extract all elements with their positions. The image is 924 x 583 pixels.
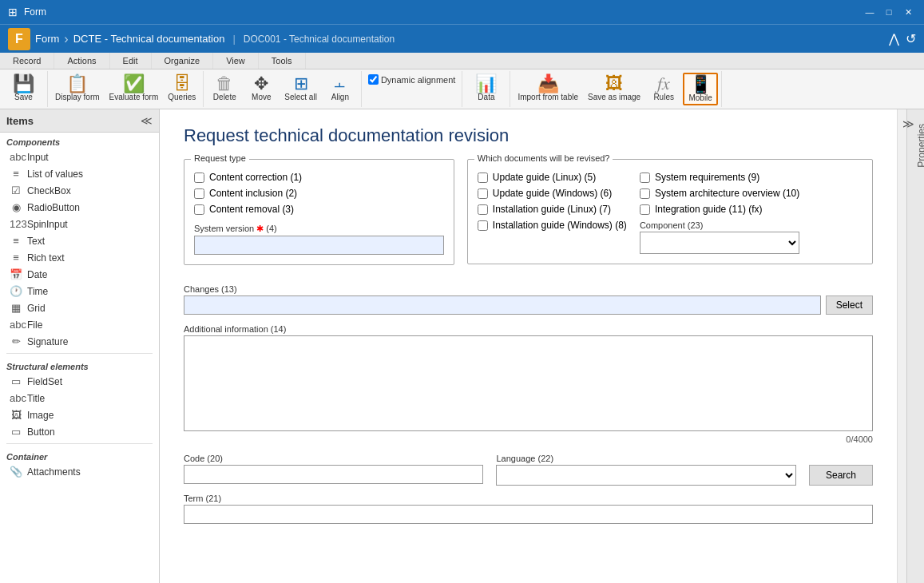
checkbox-content-inclusion-input[interactable]: [194, 188, 204, 199]
sidebar-item-list-of-values[interactable]: ≡ List of values: [0, 165, 159, 182]
properties-collapse-button[interactable]: ≫: [902, 117, 914, 130]
language-field: Language (22): [496, 454, 795, 486]
sidebar-item-spininput-label: SpinInput: [27, 219, 68, 230]
refresh-button[interactable]: ↺: [906, 31, 916, 46]
changes-row: Select: [184, 295, 873, 315]
checkbox-content-inclusion[interactable]: Content inclusion (2): [194, 185, 444, 201]
delete-button[interactable]: 🗑 Delete: [207, 73, 242, 104]
radiobutton-icon: ◉: [10, 201, 22, 213]
system-version-input[interactable]: [194, 236, 444, 255]
ribbon-tab-edit[interactable]: Edit: [110, 53, 152, 69]
mobile-label: Mobile: [688, 93, 712, 102]
changes-input[interactable]: [184, 295, 821, 315]
checkbox-install-windows-input[interactable]: [478, 220, 488, 231]
main-sections: Request type Content correction (1) Cont…: [184, 159, 873, 275]
sidebar-item-fieldset[interactable]: ▭ FieldSet: [0, 373, 159, 390]
minimize-button[interactable]: —: [862, 4, 878, 20]
checkbox-sys-req[interactable]: System requirements (9): [640, 169, 799, 185]
sidebar-item-text[interactable]: ≡ Text: [0, 232, 159, 249]
vertical-scrollbar[interactable]: [897, 109, 906, 583]
sidebar-item-signature[interactable]: ✏ Signature: [0, 333, 159, 350]
ribbon-group-record: 💾 Save: [0, 71, 48, 107]
sidebar-item-spininput[interactable]: 123 SpinInput: [0, 216, 159, 232]
checkbox-content-removal-input[interactable]: [194, 204, 204, 215]
save-button[interactable]: 💾 Save: [6, 73, 42, 104]
code-label: Code (20): [184, 454, 483, 463]
checkbox-install-linux-input[interactable]: [478, 204, 488, 215]
checkbox-content-correction[interactable]: Content correction (1): [194, 169, 444, 185]
ribbon-tab-record[interactable]: Record: [0, 53, 54, 69]
time-icon: 🕐: [10, 285, 22, 297]
sidebar-item-input[interactable]: abc Input: [0, 149, 159, 165]
sidebar-item-file-label: File: [27, 319, 42, 331]
rules-icon: 𝑓𝑥: [657, 75, 670, 93]
additional-info-textarea[interactable]: [184, 335, 873, 431]
checkbox-integration[interactable]: Integration guide (11) (fx): [640, 201, 799, 217]
sidebar-item-attachments-label: Attachments: [27, 466, 81, 478]
breadcrumb-form[interactable]: Form: [35, 33, 59, 45]
select-all-label: Select all: [284, 93, 317, 101]
rules-button[interactable]: 𝑓𝑥 Rules: [646, 73, 681, 104]
mobile-button[interactable]: 📱 Mobile: [683, 73, 718, 105]
checkbox-integration-input[interactable]: [640, 204, 650, 215]
close-button[interactable]: ✕: [900, 4, 916, 20]
sidebar-item-attachments[interactable]: 📎 Attachments: [0, 463, 159, 480]
sidebar-item-time[interactable]: 🕐 Time: [0, 283, 159, 299]
sidebar-item-button[interactable]: ▭ Button: [0, 423, 159, 440]
sidebar-item-file[interactable]: abc File: [0, 316, 159, 333]
sidebar-divider-1: [6, 353, 153, 354]
import-from-table-button[interactable]: 📥 Import from table: [514, 73, 582, 104]
sidebar-item-radiobutton[interactable]: ◉ RadioButton: [0, 199, 159, 216]
checkbox-install-linux[interactable]: Installation guide (Linux) (7): [478, 201, 627, 217]
evaluate-form-button[interactable]: ✅ Evaluate form: [105, 73, 163, 104]
sidebar-item-title[interactable]: abc Title: [0, 390, 159, 407]
checkbox-update-windows[interactable]: Update guide (Windows) (6): [478, 185, 627, 201]
ribbon-tab-view[interactable]: View: [213, 53, 259, 69]
checkbox-install-windows[interactable]: Installation guide (Windows) (8): [478, 217, 627, 233]
dynamic-alignment-check[interactable]: Dynamic alignment: [365, 73, 459, 86]
sidebar-item-rich-text[interactable]: ≡ Rich text: [0, 249, 159, 266]
maximize-button[interactable]: □: [881, 4, 897, 20]
sidebar-item-image[interactable]: 🖼 Image: [0, 407, 159, 423]
language-select[interactable]: [496, 465, 795, 486]
checkbox-sys-arch[interactable]: System architecture overview (10): [640, 185, 799, 201]
import-from-table-label: Import from table: [518, 93, 578, 101]
rules-label: Rules: [653, 93, 674, 101]
sidebar-divider-2: [6, 443, 153, 444]
checkbox-update-linux[interactable]: Update guide (Linux) (5): [478, 169, 627, 185]
checkbox-update-windows-input[interactable]: [478, 188, 488, 199]
queries-button[interactable]: 🗄 Queries: [164, 73, 200, 104]
component-select[interactable]: [640, 232, 799, 254]
system-version-field: System version ✱ (4): [194, 224, 444, 255]
select-all-button[interactable]: ⊞ Select all: [280, 73, 321, 104]
breadcrumb-bar: F Form › DCTE - Technical documentation …: [0, 24, 924, 53]
term-input[interactable]: [184, 505, 873, 524]
sidebar-item-date[interactable]: 📅 Date: [0, 266, 159, 283]
text-icon: ≡: [10, 235, 22, 247]
select-button[interactable]: Select: [826, 295, 873, 315]
breadcrumb-page[interactable]: DCTE - Technical documentation: [73, 33, 225, 45]
checkbox-content-correction-input[interactable]: [194, 173, 204, 183]
search-button[interactable]: Search: [809, 465, 873, 486]
move-button[interactable]: ✥ Move: [244, 73, 279, 104]
sidebar-item-grid[interactable]: ▦ Grid: [0, 299, 159, 316]
sidebar-item-text-label: Text: [27, 236, 45, 247]
ribbon-tab-actions[interactable]: Actions: [54, 53, 109, 69]
checkbox-update-linux-input[interactable]: [478, 173, 488, 183]
ribbon-tab-tools[interactable]: Tools: [259, 53, 306, 69]
sidebar-collapse-button[interactable]: ≪: [141, 114, 153, 127]
dynamic-alignment-checkbox[interactable]: [368, 74, 379, 85]
sidebar-item-checkbox[interactable]: ☑ CheckBox: [0, 182, 159, 199]
checkbox-sys-arch-input[interactable]: [640, 188, 650, 199]
display-form-button[interactable]: 📋 Display form: [51, 73, 104, 104]
collapse-button[interactable]: ⋀: [889, 31, 899, 46]
documents-section: Which documents will be revised? Update …: [467, 159, 873, 275]
checkbox-sys-req-input[interactable]: [640, 173, 650, 183]
code-input[interactable]: [184, 465, 483, 484]
ribbon-tab-organize[interactable]: Organize: [152, 53, 214, 69]
data-button[interactable]: 📊 Data: [469, 73, 504, 104]
save-as-image-button[interactable]: 🖼 Save as image: [584, 73, 644, 104]
checkbox-content-removal[interactable]: Content removal (3): [194, 201, 444, 217]
ribbon-group-organize: Dynamic alignment: [362, 71, 463, 107]
align-button[interactable]: ⫠ Align: [323, 73, 358, 104]
